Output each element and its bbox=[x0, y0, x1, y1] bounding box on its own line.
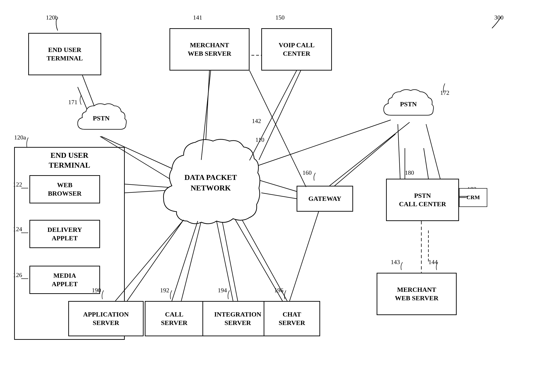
svg-line-27 bbox=[172, 221, 198, 301]
ref-143-curve bbox=[398, 261, 406, 270]
data-packet-network-cloud: DATA PACKET NETWORK bbox=[160, 136, 261, 226]
application-server: APPLICATION SERVER bbox=[68, 301, 144, 336]
ref-190-curve bbox=[99, 289, 107, 300]
svg-text:DATA PACKET: DATA PACKET bbox=[184, 173, 237, 182]
media-applet: MEDIA APPLET bbox=[30, 266, 100, 294]
ref-126-line bbox=[20, 274, 30, 283]
svg-line-8 bbox=[424, 148, 429, 179]
ref-150: 150 bbox=[275, 14, 285, 21]
chat-server: CHAT SERVER bbox=[264, 301, 320, 336]
ref-122-line bbox=[20, 183, 30, 193]
merchant-web-server-top: MERCHANT WEB SERVER bbox=[170, 28, 250, 71]
svg-text:PSTN: PSTN bbox=[93, 115, 110, 122]
pstn-right-cloud: PSTN bbox=[381, 87, 442, 125]
diagram: 300 120b END USER TERMINAL 141 MERCHANT … bbox=[0, 0, 560, 392]
integration-server: INTEGRATION SERVER bbox=[202, 301, 273, 336]
svg-line-5 bbox=[254, 179, 301, 193]
svg-line-32 bbox=[426, 124, 440, 179]
svg-line-15 bbox=[290, 207, 320, 301]
svg-line-10 bbox=[127, 216, 186, 301]
ref-194-curve bbox=[225, 289, 233, 300]
web-browser: WEB BROWSER bbox=[30, 175, 100, 203]
ref-160-curve bbox=[311, 172, 319, 181]
call-server: CALL SERVER bbox=[145, 301, 204, 336]
ref-300-arrow bbox=[482, 12, 511, 30]
end-user-terminal-a-label: END USERTERMINAL bbox=[24, 151, 115, 170]
crm-connector bbox=[459, 193, 469, 200]
ref-180: 180 bbox=[405, 169, 414, 176]
svg-line-30 bbox=[330, 122, 410, 186]
ref-120b-line bbox=[54, 18, 64, 32]
svg-line-33 bbox=[261, 193, 297, 199]
ref-196-curve bbox=[281, 289, 290, 300]
pstn-left-cloud: PSTN bbox=[75, 101, 127, 139]
ref-192-curve bbox=[167, 289, 175, 300]
end-user-terminal-b: END USER TERMINAL bbox=[28, 33, 101, 75]
delivery-applet: DELIVERY APPLET bbox=[30, 220, 100, 248]
gateway: GATEWAY bbox=[297, 186, 353, 212]
ref-124-line bbox=[20, 228, 30, 238]
svg-text:NETWORK: NETWORK bbox=[191, 184, 231, 192]
pstn-call-center: PSTN CALL CENTER bbox=[386, 179, 459, 221]
svg-line-4 bbox=[259, 69, 301, 160]
svg-line-25 bbox=[125, 191, 165, 193]
ref-144-curve bbox=[433, 261, 441, 270]
svg-text:PSTN: PSTN bbox=[400, 100, 417, 108]
svg-line-26 bbox=[115, 220, 184, 301]
ref-141: 141 bbox=[193, 14, 202, 21]
svg-line-11 bbox=[181, 216, 202, 301]
svg-line-16 bbox=[247, 120, 391, 169]
merchant-web-server-bottom: MERCHANT WEB SERVER bbox=[377, 273, 457, 315]
ref-142: 142 bbox=[252, 118, 261, 125]
ref-160: 160 bbox=[302, 169, 312, 176]
svg-line-31 bbox=[398, 124, 400, 179]
voip-call-center: VOIP CALL CENTER bbox=[261, 28, 332, 71]
